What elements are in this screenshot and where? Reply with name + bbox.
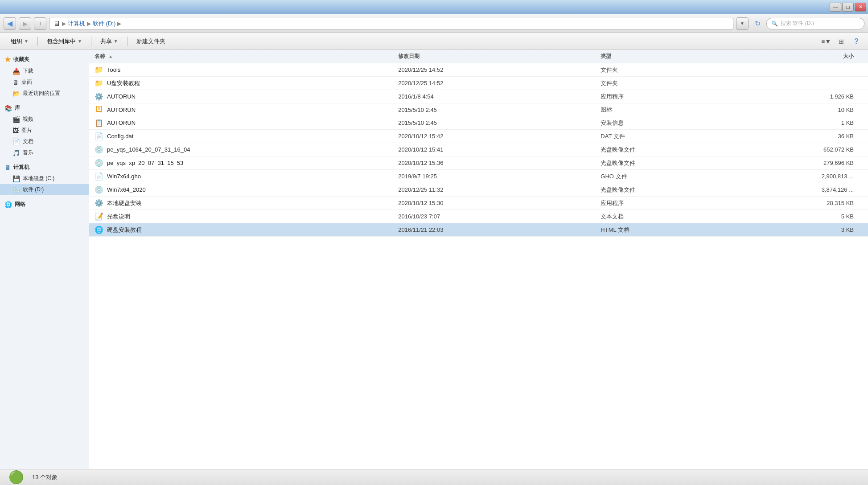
video-icon: 🎬	[12, 116, 20, 123]
col-size-header[interactable]: 大小	[753, 53, 863, 60]
sidebar-item-music-label: 音乐	[23, 149, 33, 156]
search-box[interactable]: 🔍 搜索 软件 (D:)	[766, 18, 864, 29]
file-date: 2016/10/23 7:07	[398, 213, 601, 220]
recent-icon: 📂	[12, 90, 20, 97]
file-list-header: 名称 ▲ 修改日期 类型 大小	[89, 50, 868, 63]
sidebar-item-local-c[interactable]: 💾 本地磁盘 (C:)	[0, 173, 89, 184]
file-icon: 📄	[95, 132, 103, 140]
file-size: 5 KB	[753, 213, 863, 220]
sidebar-item-download[interactable]: 📥 下载	[0, 66, 89, 77]
file-date: 2015/5/10 2:45	[398, 107, 601, 113]
drive-c-icon: 💾	[12, 175, 20, 182]
title-bar-buttons: — □ ✕	[830, 3, 866, 12]
file-size: 3 KB	[753, 226, 863, 233]
sidebar-favorites-header[interactable]: ★ 收藏夹	[0, 53, 89, 66]
toolbar-separator-2	[91, 37, 91, 46]
sidebar-item-music[interactable]: 🎵 音乐	[0, 147, 89, 158]
sidebar-item-software-d[interactable]: 💿 软件 (D:)	[0, 184, 89, 195]
file-name-text: AUTORUN	[107, 93, 136, 100]
sidebar-computer-header[interactable]: 🖥 计算机	[0, 162, 89, 173]
file-date: 2019/9/7 19:25	[398, 173, 601, 180]
sidebar-item-document[interactable]: 📄 文档	[0, 136, 89, 147]
file-type: 光盘映像文件	[601, 159, 753, 167]
organize-button[interactable]: 组织 ▼	[5, 35, 34, 48]
sidebar-item-desktop[interactable]: 🖥 桌面	[0, 77, 89, 88]
table-row[interactable]: 🖼 AUTORUN 2015/5/10 2:45 图标 10 KB	[89, 103, 868, 116]
table-row[interactable]: ⚙️ 本地硬盘安装 2020/10/12 15:30 应用程序 28,315 K…	[89, 197, 868, 210]
file-size: 1,926 KB	[753, 93, 863, 100]
up-button[interactable]: ↑	[34, 17, 46, 30]
image-icon: 🖼	[12, 127, 19, 134]
col-type-header[interactable]: 类型	[601, 53, 753, 60]
table-row[interactable]: 📋 AUTORUN 2015/5/10 2:45 安装信息 1 KB	[89, 116, 868, 130]
file-icon: 📋	[95, 119, 103, 127]
file-icon: ⚙️	[95, 92, 103, 101]
back-button[interactable]: ◀	[4, 17, 16, 30]
table-row[interactable]: 💿 pe_yqs_1064_20_07_31_16_04 2020/10/12 …	[89, 143, 868, 156]
sidebar-network-header[interactable]: 🌐 网络	[0, 199, 89, 210]
sidebar-libraries-header[interactable]: 📚 库	[0, 103, 89, 114]
include-library-button[interactable]: 包含到库中 ▼	[41, 35, 87, 48]
table-row[interactable]: 📁 U盘安装教程 2020/12/25 14:52 文件夹	[89, 77, 868, 90]
help-button[interactable]: ?	[850, 35, 863, 48]
file-size: 3,874,126 ...	[753, 186, 863, 193]
address-path[interactable]: 🖥 ▶ 计算机 ▶ 软件 (D:) ▶	[49, 18, 733, 29]
maximize-button[interactable]: □	[842, 3, 854, 12]
close-button[interactable]: ✕	[855, 3, 866, 12]
file-date: 2020/10/12 15:42	[398, 133, 601, 140]
file-icon: 📁	[95, 79, 103, 87]
col-date-header[interactable]: 修改日期	[398, 53, 601, 60]
table-row[interactable]: 💿 Win7x64_2020 2020/12/25 11:32 光盘映像文件 3…	[89, 183, 868, 197]
table-row[interactable]: ⚙️ AUTORUN 2016/1/8 4:54 应用程序 1,926 KB	[89, 90, 868, 103]
file-type: 光盘映像文件	[601, 186, 753, 194]
file-name-text: 光盘说明	[107, 213, 130, 221]
table-row[interactable]: 📝 光盘说明 2016/10/23 7:07 文本文档 5 KB	[89, 210, 868, 223]
sidebar-favorites-label: 收藏夹	[13, 56, 29, 63]
table-row[interactable]: 📄 Win7x64.gho 2019/9/7 19:25 GHO 文件 2,90…	[89, 170, 868, 183]
file-date: 2020/12/25 14:52	[398, 80, 601, 86]
table-row[interactable]: 🌐 硬盘安装教程 2016/11/21 22:03 HTML 文档 3 KB	[89, 223, 868, 237]
file-size: 36 KB	[753, 133, 863, 140]
sidebar-item-recent[interactable]: 📂 最近访问的位置	[0, 88, 89, 99]
toolbar-right: ≡▼ ⊞ ?	[820, 35, 863, 48]
table-row[interactable]: 📁 Tools 2020/12/25 14:52 文件夹	[89, 63, 868, 77]
title-bar: — □ ✕	[0, 0, 868, 14]
forward-button[interactable]: ▶	[19, 17, 31, 30]
path-segment-drive[interactable]: 软件 (D:)	[93, 20, 115, 28]
file-name-text: U盘安装教程	[107, 79, 140, 87]
file-name-text: 硬盘安装教程	[107, 226, 142, 234]
path-segment-computer[interactable]: 计算机	[68, 20, 85, 28]
view-button[interactable]: ≡▼	[820, 35, 832, 48]
address-bar: ◀ ▶ ↑ 🖥 ▶ 计算机 ▶ 软件 (D:) ▶ ▼ ↻ 🔍 搜索 软件 (D…	[0, 14, 868, 33]
desktop-icon: 🖥	[12, 79, 19, 86]
sidebar-section-libraries: 📚 库 🎬 视频 🖼 图片 📄 文档 🎵 音乐	[0, 103, 89, 158]
file-date: 2020/10/12 15:41	[398, 146, 601, 153]
content-area: 名称 ▲ 修改日期 类型 大小 📁 Tools 2020/12/25 14:52…	[89, 50, 868, 469]
file-name-text: 本地硬盘安装	[107, 199, 142, 207]
path-separator-1: ▶	[62, 21, 66, 27]
share-arrow: ▼	[114, 39, 118, 44]
share-button[interactable]: 共享 ▼	[95, 35, 123, 48]
table-row[interactable]: 💿 pe_yqs_xp_20_07_31_15_53 2020/10/12 15…	[89, 156, 868, 170]
new-folder-button[interactable]: 新建文件夹	[131, 35, 171, 48]
minimize-button[interactable]: —	[830, 3, 841, 12]
sidebar: ★ 收藏夹 📥 下载 🖥 桌面 📂 最近访问的位置 📚 库	[0, 50, 89, 469]
document-icon: 📄	[12, 138, 20, 145]
table-row[interactable]: 📄 Config.dat 2020/10/12 15:42 DAT 文件 36 …	[89, 130, 868, 143]
file-type: GHO 文件	[601, 173, 753, 181]
file-icon: 🌐	[95, 226, 103, 234]
col-name-header[interactable]: 名称 ▲	[95, 53, 398, 60]
sidebar-computer-label: 计算机	[13, 164, 29, 171]
sidebar-network-label: 网络	[15, 201, 25, 208]
preview-button[interactable]: ⊞	[835, 35, 847, 48]
file-name-text: Win7x64_2020	[107, 186, 146, 193]
sidebar-item-video[interactable]: 🎬 视频	[0, 114, 89, 125]
network-icon: 🌐	[4, 201, 12, 208]
file-icon: 📁	[95, 66, 103, 74]
sidebar-item-recent-label: 最近访问的位置	[23, 90, 60, 97]
file-name-text: Win7x64.gho	[107, 173, 141, 180]
include-library-label: 包含到库中	[47, 37, 76, 45]
sidebar-item-image[interactable]: 🖼 图片	[0, 125, 89, 136]
dropdown-button[interactable]: ▼	[736, 17, 749, 30]
refresh-button[interactable]: ↻	[751, 17, 764, 30]
